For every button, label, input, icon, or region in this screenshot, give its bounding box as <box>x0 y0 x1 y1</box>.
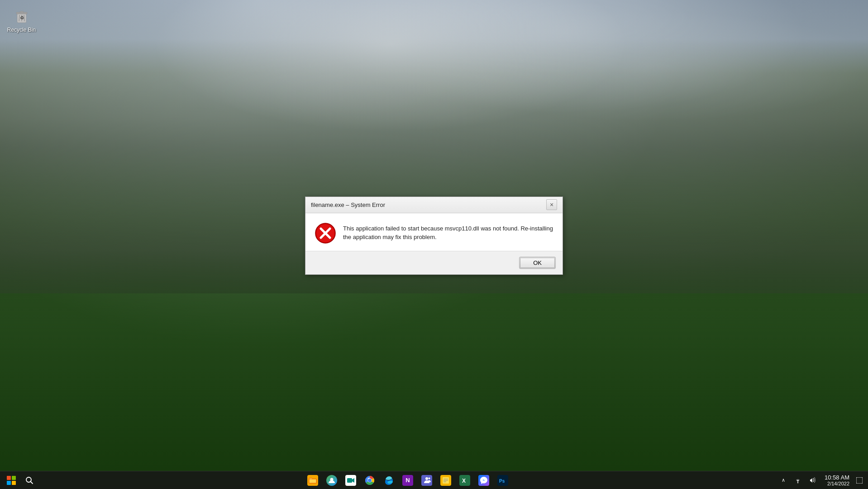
network-icon <box>794 477 801 484</box>
edge-icon <box>383 475 394 486</box>
taskbar-messenger[interactable] <box>475 471 493 489</box>
taskbar: N <box>0 471 868 489</box>
user-avatar-icon <box>326 475 337 486</box>
windows-logo-icon <box>7 476 16 485</box>
desktop: ♻ Recycle Bin filename.exe – System Erro… <box>0 0 868 489</box>
taskbar-teams[interactable] <box>418 471 436 489</box>
dialog-footer: OK <box>305 251 563 274</box>
taskbar-file-explorer[interactable] <box>304 471 322 489</box>
network-tray-icon[interactable] <box>792 474 804 487</box>
taskbar-google-meet[interactable] <box>342 471 360 489</box>
clock-area[interactable]: 10:58 AM 2/14/2022 <box>820 474 852 487</box>
excel-icon: X <box>459 475 470 486</box>
error-icon <box>315 222 336 244</box>
speaker-tray-icon[interactable] <box>806 474 819 487</box>
svg-point-17 <box>368 479 372 482</box>
chevron-up-icon: ∧ <box>782 477 785 483</box>
svg-line-12 <box>31 481 33 484</box>
error-dialog: filename.exe – System Error × <box>305 197 563 275</box>
taskbar-chrome[interactable] <box>361 471 379 489</box>
chrome-icon <box>364 475 375 486</box>
taskbar-user-icon[interactable] <box>323 471 341 489</box>
svg-text:X: X <box>462 478 466 484</box>
svg-point-20 <box>429 477 430 479</box>
dialog-content: This application failed to start because… <box>305 213 563 251</box>
show-hidden-tray-icons-button[interactable]: ∧ <box>777 474 790 487</box>
ok-button[interactable]: OK <box>519 257 556 269</box>
speaker-icon <box>809 477 816 484</box>
notification-icon <box>856 477 863 484</box>
dialog-overlay: filename.exe – System Error × <box>0 0 868 471</box>
svg-point-19 <box>425 477 428 480</box>
taskbar-excel[interactable]: X <box>456 471 474 489</box>
search-icon <box>25 476 33 484</box>
clock-time: 10:58 AM <box>825 474 849 481</box>
taskbar-search-button[interactable] <box>20 471 38 489</box>
svg-text:Ps: Ps <box>499 479 505 484</box>
photoshop-icon: Ps <box>497 475 508 486</box>
system-tray-icons: ∧ <box>777 474 819 487</box>
google-meet-icon <box>345 475 356 486</box>
taskbar-onenote[interactable]: N <box>399 471 417 489</box>
dialog-message: This application failed to start because… <box>343 222 553 242</box>
onenote-icon: N <box>402 475 413 486</box>
file-explorer-icon <box>307 475 318 486</box>
svg-point-28 <box>797 482 798 483</box>
svg-rect-14 <box>347 478 352 483</box>
taskbar-edge[interactable] <box>380 471 398 489</box>
dialog-title: filename.exe – System Error <box>311 201 385 208</box>
notification-center-button[interactable] <box>853 474 866 487</box>
taskbar-tray: ∧ <box>777 474 868 487</box>
taskbar-start-button[interactable] <box>2 471 20 489</box>
teams-icon <box>421 475 432 486</box>
svg-rect-29 <box>856 477 863 484</box>
dialog-titlebar: filename.exe – System Error × <box>305 197 563 213</box>
taskbar-center-icons: N <box>38 471 777 489</box>
taskbar-sticky-notes[interactable] <box>437 471 455 489</box>
taskbar-photoshop[interactable]: Ps <box>494 471 512 489</box>
messenger-icon <box>478 475 489 486</box>
dialog-close-button[interactable]: × <box>546 199 557 210</box>
sticky-notes-icon <box>440 475 451 486</box>
clock-date: 2/14/2022 <box>827 481 849 486</box>
